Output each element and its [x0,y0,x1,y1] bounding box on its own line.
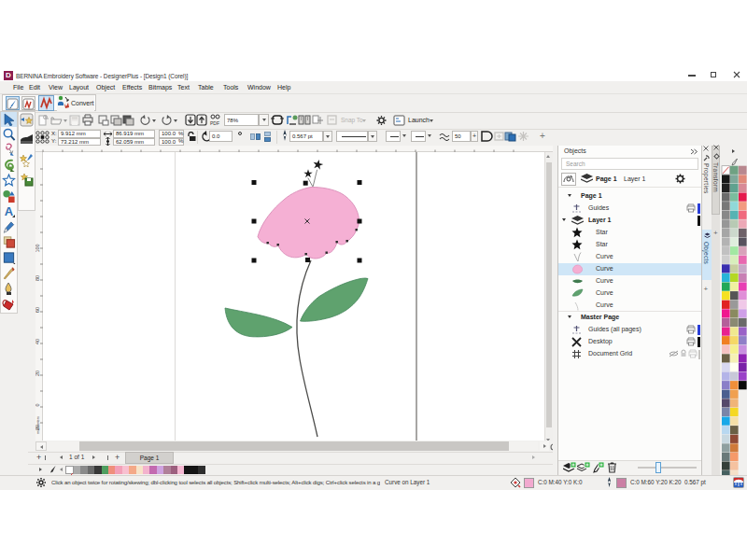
svg-text:20: 20 [35,371,40,376]
svg-text:PDF: PDF [210,120,219,126]
svg-text:80: 80 [35,275,40,281]
svg-text:100: 100 [35,244,40,252]
svg-text:40: 40 [35,339,40,344]
svg-text:60: 60 [35,307,40,313]
svg-text:0: 0 [35,403,40,406]
svg-text:millimeters: millimeters [35,416,40,434]
